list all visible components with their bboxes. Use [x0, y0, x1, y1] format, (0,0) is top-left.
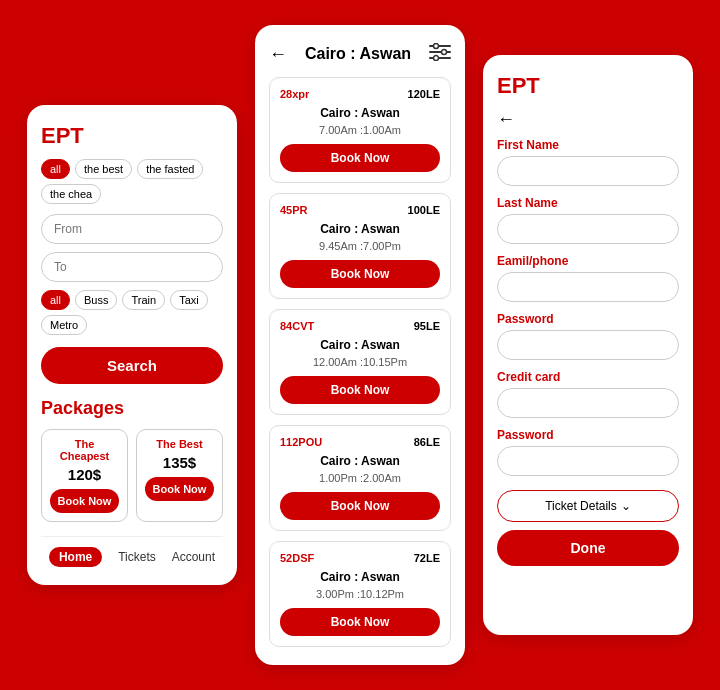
bottom-nav: Home Tickets Account: [41, 536, 223, 567]
package-best-book-button[interactable]: Book Now: [145, 477, 214, 501]
trip-time-1: 7.00Am :1.00Am: [280, 124, 440, 136]
trip-route-1: Cairo : Aswan: [280, 106, 440, 120]
trip-card-5: 52DSF 72LE Cairo : Aswan 3.00Pm :10.12Pm…: [269, 541, 451, 647]
trip-time-5: 3.00Pm :10.12Pm: [280, 588, 440, 600]
trip-top-3: 84CVT 95LE: [280, 320, 440, 332]
filter-settings-icon[interactable]: [429, 43, 451, 65]
transport-row: all Buss Train Taxi Metro: [41, 290, 223, 335]
trip-price-4: 86LE: [414, 436, 440, 448]
book-now-button-1[interactable]: Book Now: [280, 144, 440, 172]
password-input-1[interactable]: [497, 330, 679, 360]
trip-route-2: Cairo : Aswan: [280, 222, 440, 236]
form-brand-logo: EPT: [497, 73, 679, 99]
trip-card-4: 112POU 86LE Cairo : Aswan 1.00Pm :2.00Am…: [269, 425, 451, 531]
book-now-button-2[interactable]: Book Now: [280, 260, 440, 288]
svg-point-3: [442, 50, 447, 55]
ticket-details-button[interactable]: Ticket Details ⌄: [497, 490, 679, 522]
filter-all[interactable]: all: [41, 159, 70, 179]
trip-price-1: 120LE: [408, 88, 440, 100]
trip-time-2: 9.45Am :7.00Pm: [280, 240, 440, 252]
package-cheapest-price: 120$: [50, 466, 119, 483]
filter-fastest[interactable]: the fasted: [137, 159, 203, 179]
email-phone-label: Eamil/phone: [497, 254, 679, 268]
trip-top-2: 45PR 100LE: [280, 204, 440, 216]
transport-train[interactable]: Train: [122, 290, 165, 310]
filter-row: all the best the fasted the chea: [41, 159, 223, 204]
package-cheapest-label: The Cheapest: [50, 438, 119, 462]
trip-card-2: 45PR 100LE Cairo : Aswan 9.45Am :7.00Pm …: [269, 193, 451, 299]
trip-route-3: Cairo : Aswan: [280, 338, 440, 352]
svg-point-1: [434, 44, 439, 49]
trip-route-4: Cairo : Aswan: [280, 454, 440, 468]
packages-title: Packages: [41, 398, 223, 419]
password-input-2[interactable]: [497, 446, 679, 476]
trip-code-1: 28xpr: [280, 88, 309, 100]
credit-card-label: Credit card: [497, 370, 679, 384]
form-back-row: ←: [497, 109, 679, 130]
trip-price-3: 95LE: [414, 320, 440, 332]
last-name-input[interactable]: [497, 214, 679, 244]
ticket-details-label: Ticket Details: [545, 499, 617, 513]
search-button[interactable]: Search: [41, 347, 223, 384]
transport-all[interactable]: all: [41, 290, 70, 310]
from-input[interactable]: [41, 214, 223, 244]
nav-account[interactable]: Account: [172, 550, 215, 564]
booking-form-card: EPT ← First Name Last Name Eamil/phone P…: [483, 55, 693, 635]
nav-tickets[interactable]: Tickets: [118, 550, 156, 564]
form-back-arrow-icon[interactable]: ←: [497, 109, 515, 129]
book-now-button-4[interactable]: Book Now: [280, 492, 440, 520]
email-phone-input[interactable]: [497, 272, 679, 302]
transport-bus[interactable]: Buss: [75, 290, 117, 310]
trip-list-card: ← Cairo : Aswan 28xpr 120LE Cairo : Aswa…: [255, 25, 465, 665]
filter-best[interactable]: the best: [75, 159, 132, 179]
to-input[interactable]: [41, 252, 223, 282]
password-label-1: Password: [497, 312, 679, 326]
brand-logo: EPT: [41, 123, 223, 149]
back-arrow-icon[interactable]: ←: [269, 44, 287, 65]
book-now-button-5[interactable]: Book Now: [280, 608, 440, 636]
trip-code-3: 84CVT: [280, 320, 314, 332]
trip-list-header: ← Cairo : Aswan: [269, 43, 451, 65]
trip-code-4: 112POU: [280, 436, 322, 448]
password-label-2: Password: [497, 428, 679, 442]
package-cheapest: The Cheapest 120$ Book Now: [41, 429, 128, 522]
trip-list-title: Cairo : Aswan: [305, 45, 411, 63]
credit-card-input[interactable]: [497, 388, 679, 418]
trip-price-5: 72LE: [414, 552, 440, 564]
package-cheapest-book-button[interactable]: Book Now: [50, 489, 119, 513]
filter-cheapest[interactable]: the chea: [41, 184, 101, 204]
done-button[interactable]: Done: [497, 530, 679, 566]
package-best-label: The Best: [145, 438, 214, 450]
transport-taxi[interactable]: Taxi: [170, 290, 208, 310]
book-now-button-3[interactable]: Book Now: [280, 376, 440, 404]
search-card: EPT all the best the fasted the chea all…: [27, 105, 237, 585]
packages-row: The Cheapest 120$ Book Now The Best 135$…: [41, 429, 223, 522]
trip-top-1: 28xpr 120LE: [280, 88, 440, 100]
nav-home[interactable]: Home: [49, 547, 102, 567]
trip-route-5: Cairo : Aswan: [280, 570, 440, 584]
last-name-label: Last Name: [497, 196, 679, 210]
first-name-label: First Name: [497, 138, 679, 152]
trip-top-4: 112POU 86LE: [280, 436, 440, 448]
trip-card-3: 84CVT 95LE Cairo : Aswan 12.00Am :10.15P…: [269, 309, 451, 415]
trip-time-4: 1.00Pm :2.00Am: [280, 472, 440, 484]
first-name-input[interactable]: [497, 156, 679, 186]
package-best-price: 135$: [145, 454, 214, 471]
trip-time-3: 12.00Am :10.15Pm: [280, 356, 440, 368]
svg-point-5: [434, 56, 439, 61]
transport-metro[interactable]: Metro: [41, 315, 87, 335]
trip-code-5: 52DSF: [280, 552, 314, 564]
trip-top-5: 52DSF 72LE: [280, 552, 440, 564]
package-best: The Best 135$ Book Now: [136, 429, 223, 522]
chevron-down-icon: ⌄: [621, 499, 631, 513]
trip-card-1: 28xpr 120LE Cairo : Aswan 7.00Am :1.00Am…: [269, 77, 451, 183]
trip-price-2: 100LE: [408, 204, 440, 216]
trip-code-2: 45PR: [280, 204, 308, 216]
